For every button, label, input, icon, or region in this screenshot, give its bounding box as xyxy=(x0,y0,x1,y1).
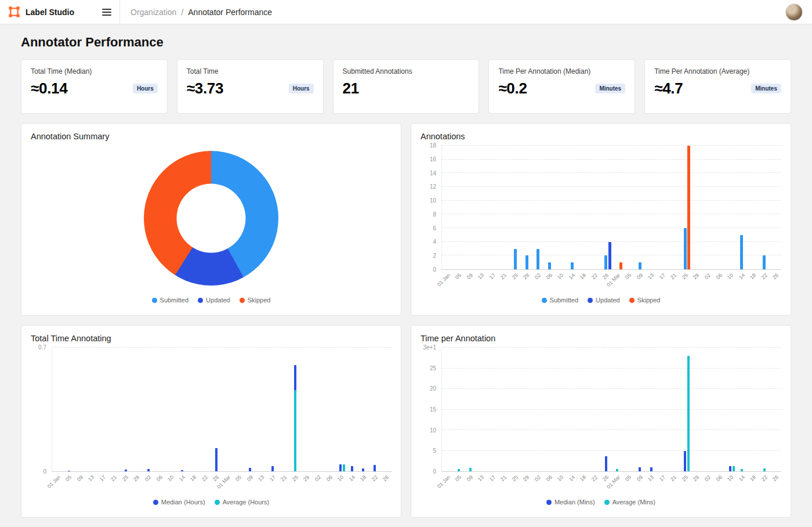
chart-bar[interactable] xyxy=(763,255,766,269)
chart-bar[interactable] xyxy=(684,228,687,269)
chart-bar[interactable] xyxy=(763,468,766,471)
chart-bar[interactable] xyxy=(469,468,472,471)
y-axis-label: 4 xyxy=(433,239,436,245)
plot-area xyxy=(441,146,781,270)
y-axis-label: 18 xyxy=(430,142,436,149)
chart-bar[interactable] xyxy=(619,262,622,269)
legend-dot xyxy=(588,298,593,303)
chart-bar[interactable] xyxy=(741,469,743,471)
label-studio-logo-icon xyxy=(8,6,20,18)
chart-bar[interactable] xyxy=(684,451,686,472)
kpi-value: ≈3.73 xyxy=(187,80,223,98)
gridline xyxy=(442,241,781,242)
app-header: Label Studio Organization / Annotator Pe… xyxy=(0,0,812,24)
y-axis-label: 14 xyxy=(430,170,436,176)
chart-bar[interactable] xyxy=(68,471,70,472)
chart-bar[interactable] xyxy=(548,262,551,269)
breadcrumb-organization[interactable]: Organization xyxy=(130,8,176,17)
chart-bar[interactable] xyxy=(147,469,150,471)
chart-legend: Median (Hours)Average (Hours) xyxy=(31,495,392,509)
plot-area xyxy=(441,348,781,472)
chart-bar[interactable] xyxy=(571,262,574,269)
donut-hole xyxy=(177,184,246,253)
gridline xyxy=(442,368,781,369)
unit-badge: Minutes xyxy=(751,84,781,93)
legend-item[interactable]: Median (Mins) xyxy=(546,499,595,506)
y-axis-label: 10 xyxy=(430,427,436,434)
kpi-label: Total Time xyxy=(187,67,314,75)
kpi-value: ≈0.14 xyxy=(31,80,67,98)
legend-item[interactable]: Updated xyxy=(198,297,230,304)
chart-bar[interactable] xyxy=(271,466,274,471)
chart-title: Total Time Annotating xyxy=(31,334,392,343)
chart-bar[interactable] xyxy=(525,255,528,269)
brand[interactable]: Label Studio xyxy=(0,6,82,18)
chart-bar[interactable] xyxy=(374,465,376,471)
legend-item[interactable]: Submitted xyxy=(152,297,189,304)
chart-bar[interactable] xyxy=(351,466,353,471)
kpi-label: Submitted Annotations xyxy=(343,67,470,75)
chart-bar[interactable] xyxy=(343,464,345,471)
chart-bar[interactable] xyxy=(687,356,690,471)
charts-row-2: Total Time Annotating 00.7 01 Jan0509131… xyxy=(21,325,791,518)
legend-dot xyxy=(629,298,635,303)
kpi-time-per-annotation-median: Time Per Annotation (Median) ≈0.2 Minute… xyxy=(488,59,635,114)
chart-bar[interactable] xyxy=(639,467,641,471)
y-axis-label: 16 xyxy=(430,156,436,163)
user-avatar[interactable] xyxy=(785,3,803,21)
chart-bar[interactable] xyxy=(740,235,743,269)
chart-bar[interactable] xyxy=(605,456,607,471)
main-content: Annotator Performance Total Time (Median… xyxy=(0,35,812,527)
page-title: Annotator Performance xyxy=(21,35,791,50)
y-axis: 00.7 xyxy=(31,348,52,472)
menu-hamburger-icon[interactable] xyxy=(102,9,111,16)
chart-bar[interactable] xyxy=(733,466,735,471)
legend-item[interactable]: Updated xyxy=(588,297,620,304)
kpi-time-per-annotation-average: Time Per Annotation (Average) ≈4.7 Minut… xyxy=(644,59,791,114)
gridline xyxy=(442,159,781,160)
legend-item[interactable]: Skipped xyxy=(629,297,661,304)
kpi-label: Total Time (Median) xyxy=(31,67,158,75)
y-axis-label: 0.7 xyxy=(38,344,46,351)
y-axis-label: 20 xyxy=(430,385,436,392)
chart-bar[interactable] xyxy=(514,249,517,270)
chart-bar[interactable] xyxy=(339,464,342,471)
chart-bar[interactable] xyxy=(729,466,731,471)
chart-bar[interactable] xyxy=(687,146,690,269)
donut-chart[interactable] xyxy=(144,151,278,286)
chart-bar[interactable] xyxy=(458,469,460,471)
chart-bar[interactable] xyxy=(639,262,641,269)
chart-bar[interactable] xyxy=(294,390,296,471)
time-per-annotation-chart[interactable]: 05101520253e+1 01 Jan0509131721252902061… xyxy=(420,348,781,509)
unit-badge: Hours xyxy=(289,84,314,93)
app-title: Label Studio xyxy=(26,8,74,17)
legend-dot xyxy=(153,500,158,505)
legend-dot xyxy=(542,298,547,303)
chart-bar[interactable] xyxy=(215,448,217,471)
chart-bar[interactable] xyxy=(362,468,364,471)
chart-bar[interactable] xyxy=(608,242,611,269)
gridline xyxy=(442,409,781,410)
annotations-chart[interactable]: 024681012141618 01 Jan050913172125290206… xyxy=(420,146,781,307)
legend-item[interactable]: Average (Hours) xyxy=(215,499,270,506)
legend-item[interactable]: Average (Mins) xyxy=(604,499,655,506)
legend-item[interactable]: Submitted xyxy=(542,297,579,304)
kpi-label: Time Per Annotation (Median) xyxy=(498,67,625,75)
legend-item[interactable]: Median (Hours) xyxy=(153,499,205,506)
total-time-annotating-chart[interactable]: 00.7 01 Jan05091317212529020610141822260… xyxy=(31,348,392,509)
legend-item[interactable]: Skipped xyxy=(240,297,271,304)
chart-bar[interactable] xyxy=(650,467,652,471)
breadcrumb-separator: / xyxy=(181,8,183,17)
kpi-submitted-annotations: Submitted Annotations 21 xyxy=(333,59,480,114)
chart-bar[interactable] xyxy=(125,470,127,471)
chart-bar[interactable] xyxy=(536,249,539,270)
x-axis: 01 Jan050913172125290206101418222601 Mar… xyxy=(441,270,781,293)
chart-bar[interactable] xyxy=(604,255,607,269)
chart-bar[interactable] xyxy=(249,468,251,471)
y-axis-label: 6 xyxy=(433,225,436,232)
gridline xyxy=(442,172,781,173)
chart-bar[interactable] xyxy=(181,470,183,471)
chart-bar[interactable] xyxy=(616,469,618,471)
legend-dot xyxy=(546,500,552,505)
gridline xyxy=(442,450,781,451)
